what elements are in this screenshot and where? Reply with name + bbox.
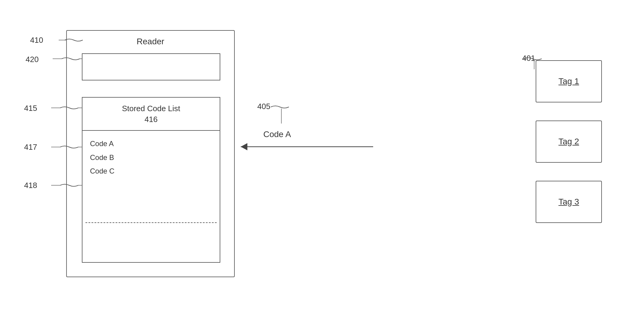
stored-code-body: Code A Code B Code C (82, 131, 220, 262)
dashed-divider-418 (85, 222, 217, 223)
stored-code-box: Stored Code List 416 Code A Code B Code … (82, 97, 220, 263)
reader-box: Reader Stored Code List 416 Code A Code … (66, 30, 235, 277)
list-item: Code C (90, 164, 212, 178)
code-list: Code A Code B Code C (90, 137, 212, 178)
reader-label: Reader (137, 37, 164, 46)
tag-box-2: Tag 2 (536, 121, 602, 163)
tag-1-label: Tag 1 (559, 77, 579, 86)
tag-3-label: Tag 3 (559, 197, 579, 207)
tag-2-label: Tag 2 (559, 137, 579, 146)
ref-418: 418 (24, 181, 37, 190)
ref-401: 401 (522, 54, 535, 63)
diagram: Reader Stored Code List 416 Code A Code … (0, 0, 644, 329)
tag-box-3: Tag 3 (536, 181, 602, 223)
tag-box-1: Tag 1 (536, 60, 602, 102)
ref-420: 420 (26, 55, 39, 64)
ref-415: 415 (24, 104, 37, 113)
ref-405: 405 (257, 102, 270, 111)
svg-marker-14 (241, 143, 247, 150)
tags-container: Tag 1 Tag 2 Tag 3 (536, 60, 602, 223)
list-item: Code B (90, 151, 212, 164)
stored-code-title: Stored Code List 416 (122, 103, 180, 125)
stored-code-header: Stored Code List 416 (82, 98, 220, 131)
ref-417: 417 (24, 143, 37, 152)
ref-410: 410 (30, 36, 43, 45)
input-box-420 (82, 53, 220, 80)
code-a-label: Code A (263, 130, 291, 139)
list-item: Code A (90, 137, 212, 151)
